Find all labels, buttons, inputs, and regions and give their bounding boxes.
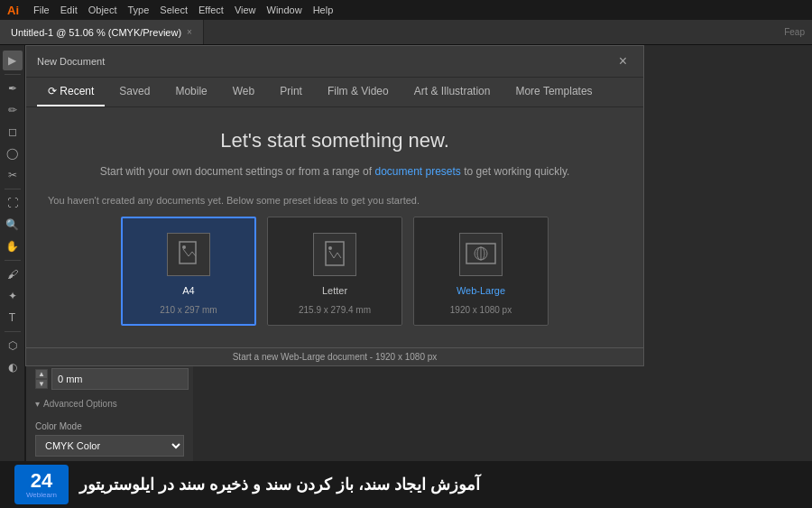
web-large-title: Web-Large bbox=[457, 285, 505, 296]
svg-point-1 bbox=[182, 245, 186, 249]
a4-title: A4 bbox=[182, 285, 194, 296]
brush-tool[interactable]: 🖌 bbox=[3, 264, 23, 284]
star-tool[interactable]: ✦ bbox=[3, 286, 23, 306]
letter-sub: 215.9 x 279.4 mm bbox=[299, 305, 371, 315]
document-presets-link[interactable]: document presets bbox=[374, 165, 460, 178]
menu-effect[interactable]: Effect bbox=[198, 5, 224, 15]
web-large-icon bbox=[459, 233, 503, 276]
weblearn-logo: 24 Weblearn bbox=[14, 465, 69, 504]
logo-sub: Weblearn bbox=[26, 491, 57, 499]
template-card-web-large[interactable]: Web-Large 1920 x 1080 px bbox=[413, 217, 549, 326]
toolbar-separator-4 bbox=[5, 331, 21, 332]
tab-close-button[interactable]: × bbox=[187, 27, 192, 37]
main-area: ▶ ✒ ✏ ◻ ◯ ✂ ⛶ 🔍 ✋ 🖌 ✦ T ⬡ ◐ New Document… bbox=[0, 45, 812, 508]
tab-web[interactable]: Web bbox=[222, 78, 265, 106]
template-card-a4[interactable]: A4 210 x 297 mm bbox=[121, 217, 256, 326]
pencil-tool[interactable]: ✏ bbox=[3, 100, 23, 120]
tab-saved[interactable]: Saved bbox=[108, 78, 161, 106]
tab-art-illustration[interactable]: Art & Illustration bbox=[403, 78, 502, 106]
advanced-label: Advanced Options bbox=[43, 399, 117, 409]
a4-icon bbox=[167, 233, 210, 276]
bleed-left-down[interactable]: ▼ bbox=[35, 379, 48, 389]
bottom-text: آموزش ایجاد سند، باز کردن سند و ذخیره سن… bbox=[79, 475, 480, 494]
menu-select[interactable]: Select bbox=[160, 5, 188, 15]
dialog-body: Let's start something new. Start with yo… bbox=[26, 107, 643, 347]
nav-tabs: ⟳ Recent Saved Mobile Web Print Film & V… bbox=[26, 78, 643, 107]
zoom-tool[interactable]: 🔍 bbox=[3, 215, 23, 235]
blend-tool[interactable]: ◐ bbox=[3, 357, 23, 377]
tab-bar: Untitled-1 @ 51.06 % (CMYK/Preview) × Fe… bbox=[0, 20, 812, 45]
hero-heading: Let's start something new. bbox=[220, 129, 449, 152]
bleed-left-input[interactable] bbox=[51, 368, 189, 390]
bottom-strip: 24 Weblearn آموزش ایجاد سند، باز کردن سن… bbox=[0, 461, 812, 508]
menu-edit[interactable]: Edit bbox=[60, 5, 78, 15]
ellipse-tool[interactable]: ◯ bbox=[3, 143, 23, 163]
menu-object[interactable]: Object bbox=[88, 5, 117, 15]
hero-sub-text2: to get working quickly. bbox=[461, 165, 570, 178]
toolbar-separator-2 bbox=[5, 189, 21, 189]
pen-tool[interactable]: ✒ bbox=[3, 79, 23, 98]
letter-title: Letter bbox=[322, 285, 347, 296]
left-toolbar: ▶ ✒ ✏ ◻ ◯ ✂ ⛶ 🔍 ✋ 🖌 ✦ T ⬡ ◐ bbox=[0, 45, 25, 508]
hero-subtitle: Start with your own document settings or… bbox=[100, 163, 570, 180]
a4-sub: 210 x 297 mm bbox=[160, 305, 217, 315]
tab-film-video[interactable]: Film & Video bbox=[317, 78, 400, 106]
tab-recent[interactable]: ⟳ Recent bbox=[37, 78, 105, 106]
menu-help[interactable]: Help bbox=[313, 5, 334, 15]
feap-label: Feap bbox=[784, 27, 812, 37]
advanced-options-toggle[interactable]: ▾ Advanced Options bbox=[35, 399, 184, 409]
template-cards-container: A4 210 x 297 mm Letter 215.9 x 279.4 mm bbox=[48, 217, 622, 326]
hero-sub-text1: Start with your own document settings or… bbox=[100, 165, 375, 178]
template-card-letter[interactable]: Letter 215.9 x 279.4 mm bbox=[267, 217, 402, 326]
toolbar-separator-3 bbox=[5, 260, 21, 261]
web-large-sub: 1920 x 1080 px bbox=[450, 305, 512, 315]
letter-icon bbox=[313, 233, 356, 276]
svg-point-3 bbox=[328, 246, 332, 250]
menu-type[interactable]: Type bbox=[128, 5, 150, 15]
color-mode-label: Color Mode bbox=[35, 421, 184, 431]
type-tool[interactable]: T bbox=[3, 308, 23, 328]
chevron-icon: ▾ bbox=[35, 399, 40, 409]
bleed-left-row: ▲▼ bbox=[35, 368, 189, 390]
menu-file[interactable]: File bbox=[33, 5, 50, 15]
svg-rect-2 bbox=[326, 242, 344, 265]
tab-document[interactable]: Untitled-1 @ 51.06 % (CMYK/Preview) × bbox=[0, 20, 204, 44]
dialog-close-button[interactable]: × bbox=[614, 51, 632, 71]
gradient-tool[interactable]: ⬡ bbox=[3, 336, 23, 356]
tab-mobile[interactable]: Mobile bbox=[164, 78, 217, 106]
scissors-tool[interactable]: ✂ bbox=[3, 165, 23, 185]
hint-text: You haven't created any documents yet. B… bbox=[48, 195, 622, 206]
select-tool[interactable]: ▶ bbox=[3, 51, 23, 70]
status-bar: Start a new Web-Large document - 1920 x … bbox=[26, 347, 643, 365]
hand-tool[interactable]: ✋ bbox=[3, 236, 23, 256]
menu-window[interactable]: Window bbox=[267, 5, 302, 15]
menu-view[interactable]: View bbox=[235, 5, 256, 15]
shape-tool[interactable]: ◻ bbox=[3, 122, 23, 142]
dialog-header: New Document × bbox=[26, 46, 643, 78]
tab-label: Untitled-1 @ 51.06 % (CMYK/Preview) bbox=[11, 27, 181, 38]
ai-logo: Ai bbox=[7, 4, 19, 17]
logo-number: 24 bbox=[31, 471, 52, 491]
tab-more-templates[interactable]: More Templates bbox=[504, 78, 603, 106]
bleed-left-up[interactable]: ▲ bbox=[35, 369, 48, 379]
tab-print[interactable]: Print bbox=[269, 78, 313, 106]
toolbar-separator bbox=[5, 74, 21, 75]
dialog-title: New Document bbox=[37, 56, 105, 67]
artboard-tool[interactable]: ⛶ bbox=[3, 193, 23, 213]
menu-bar: Ai File Edit Object Type Select Effect V… bbox=[0, 0, 812, 20]
color-mode-select[interactable]: CMYK Color bbox=[35, 435, 184, 457]
new-document-dialog: New Document × ⟳ Recent Saved Mobile Web… bbox=[25, 45, 644, 366]
